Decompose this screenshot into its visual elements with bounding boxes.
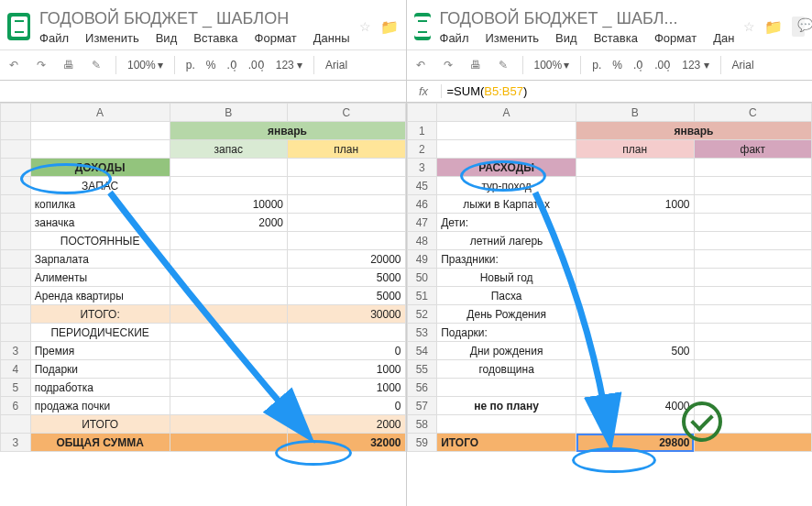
menu-view[interactable]: Вид — [555, 31, 577, 45]
row[interactable]: ПОСТОЯННЫЕ — [1, 232, 406, 250]
col-b[interactable]: B — [170, 104, 287, 122]
font-select[interactable]: Arial — [325, 59, 347, 72]
formula-bar[interactable]: fx =SUM(B5:B57) — [407, 81, 813, 103]
grid[interactable]: A B C 1январь 2планфакт 3РАСХОДЫ 45тур-п… — [407, 103, 813, 452]
row[interactable]: копилка10000 — [1, 195, 406, 214]
header: ГОДОВОЙ БЮДЖЕТ _ ШАБЛОН Файл Изменить Ви… — [0, 0, 406, 50]
undo-icon[interactable]: ↶ — [412, 57, 429, 73]
undo-icon[interactable]: ↶ — [5, 57, 22, 73]
folder-icon[interactable]: 📁 — [764, 18, 783, 36]
star-icon[interactable]: ☆ — [743, 19, 755, 34]
row[interactable]: 51Пасха — [407, 287, 812, 305]
menu-format[interactable]: Формат — [654, 31, 697, 45]
menu-bar: Файл Изменить Вид Вставка Формат Данны — [39, 31, 349, 45]
row[interactable]: 53Подарки: — [407, 324, 812, 342]
row[interactable]: 59ИТОГО29800 — [407, 434, 812, 452]
row[interactable]: 48летний лагерь — [407, 232, 812, 250]
col-a[interactable]: A — [437, 104, 576, 122]
col-a[interactable]: A — [30, 104, 170, 122]
menu-data[interactable]: Дан — [713, 31, 734, 45]
formula-bar[interactable] — [0, 81, 406, 103]
row[interactable]: 54Дни рождения500 — [407, 342, 812, 360]
row[interactable]: 58 — [407, 415, 812, 434]
fx-icon: fx — [407, 84, 442, 98]
redo-icon[interactable]: ↷ — [440, 57, 456, 73]
menu-insert[interactable]: Вставка — [193, 31, 237, 45]
row[interactable]: 2планфакт — [407, 140, 812, 159]
formula-value[interactable]: =SUM(B5:B57) — [442, 84, 528, 98]
row[interactable]: 56 — [407, 379, 812, 397]
paint-icon[interactable]: ✎ — [495, 57, 511, 73]
toolbar: ↶ ↷ 🖶 ✎ 100% ▾ р. % .0̩ .00̩ 123 ▾ Arial — [0, 50, 406, 81]
row[interactable]: 50Новый год — [407, 269, 812, 287]
dec-dec-icon[interactable]: .0̩ — [226, 59, 236, 72]
sheets-logo-icon — [414, 13, 431, 40]
row[interactable]: 49Праздники: — [407, 250, 812, 269]
doc-title[interactable]: ГОДОВОЙ БЮДЖЕТ _ ШАБЛОН — [39, 9, 349, 28]
row[interactable]: 3Премия0 — [1, 342, 406, 360]
sheets-logo-icon — [7, 13, 30, 40]
row[interactable]: 45тур-поход — [407, 177, 812, 195]
more-formats[interactable]: 123 ▾ — [682, 59, 708, 72]
menu-edit[interactable]: Изменить — [485, 31, 539, 45]
dec-inc-icon[interactable]: .00̩ — [654, 59, 671, 72]
left-window: ГОДОВОЙ БЮДЖЕТ _ ШАБЛОН Файл Изменить Ви… — [0, 0, 407, 506]
print-icon[interactable]: 🖶 — [467, 57, 484, 73]
row[interactable]: Алименты5000 — [1, 269, 406, 287]
row[interactable]: 6продажа почки0 — [1, 397, 406, 415]
font-select[interactable]: Arial — [732, 59, 754, 72]
row[interactable]: ПЕРИОДИЧЕСКИЕ — [1, 324, 406, 342]
row[interactable]: 1январь — [407, 122, 812, 140]
star-icon[interactable]: ☆ — [359, 19, 371, 34]
row[interactable]: 3РАСХОДЫ — [407, 159, 812, 177]
row[interactable]: Аренда квартиры5000 — [1, 287, 406, 305]
menu-data[interactable]: Данны — [313, 31, 350, 45]
menu-file[interactable]: Файл — [39, 31, 69, 45]
percent-icon[interactable]: % — [206, 59, 216, 72]
select-all[interactable] — [1, 104, 31, 122]
zoom-select[interactable]: 100% ▾ — [127, 59, 163, 72]
row[interactable]: 47Дети: — [407, 214, 812, 232]
doc-title[interactable]: ГОДОВОЙ БЮДЖЕТ _ ШАБЛ... — [440, 9, 735, 28]
row[interactable]: ИТОГО:30000 — [1, 305, 406, 324]
col-c[interactable]: C — [288, 104, 406, 122]
annotation-check-icon — [682, 402, 722, 442]
row[interactable]: 57не по плану4000 — [407, 397, 812, 415]
grid[interactable]: A B C январь запасплан ДОХОДЫ ЗАПАС копи… — [0, 103, 406, 452]
row[interactable]: январь — [1, 122, 406, 140]
row[interactable]: заначка2000 — [1, 214, 406, 232]
row[interactable]: 52День Рождения — [407, 305, 812, 324]
menu-insert[interactable]: Вставка — [594, 31, 638, 45]
col-b[interactable]: B — [576, 104, 694, 122]
currency-label[interactable]: р. — [186, 59, 195, 72]
redo-icon[interactable]: ↷ — [33, 57, 49, 73]
select-all[interactable] — [407, 104, 437, 122]
comments-icon[interactable] — [792, 16, 805, 37]
col-c[interactable]: C — [694, 104, 812, 122]
menu-bar: Файл Изменить Вид Вставка Формат Дан — [440, 31, 735, 45]
row[interactable]: 3ОБЩАЯ СУММА32000 — [1, 434, 406, 452]
row[interactable]: 4Подарки1000 — [1, 360, 406, 379]
row[interactable]: запасплан — [1, 140, 406, 159]
more-formats[interactable]: 123 ▾ — [276, 59, 302, 72]
row[interactable]: 46лыжи в Карпатах1000 — [407, 195, 812, 214]
menu-view[interactable]: Вид — [156, 31, 178, 45]
currency-label[interactable]: р. — [592, 59, 601, 72]
menu-file[interactable]: Файл — [440, 31, 469, 45]
row[interactable]: ДОХОДЫ — [1, 159, 406, 177]
row[interactable]: Зарпалата20000 — [1, 250, 406, 269]
menu-edit[interactable]: Изменить — [85, 31, 139, 45]
right-window: ГОДОВОЙ БЮДЖЕТ _ ШАБЛ... Файл Изменить В… — [407, 0, 813, 506]
row[interactable]: 5подработка1000 — [1, 379, 406, 397]
row[interactable]: ИТОГО2000 — [1, 415, 406, 434]
percent-icon[interactable]: % — [612, 59, 622, 72]
print-icon[interactable]: 🖶 — [60, 57, 77, 73]
paint-icon[interactable]: ✎ — [88, 57, 104, 73]
folder-icon[interactable]: 📁 — [380, 18, 399, 36]
menu-format[interactable]: Формат — [255, 31, 297, 45]
dec-inc-icon[interactable]: .00̩ — [248, 59, 265, 72]
dec-dec-icon[interactable]: .0̩ — [633, 59, 643, 72]
zoom-select[interactable]: 100% ▾ — [534, 59, 570, 72]
row[interactable]: ЗАПАС — [1, 177, 406, 195]
row[interactable]: 55годовщина — [407, 360, 812, 379]
